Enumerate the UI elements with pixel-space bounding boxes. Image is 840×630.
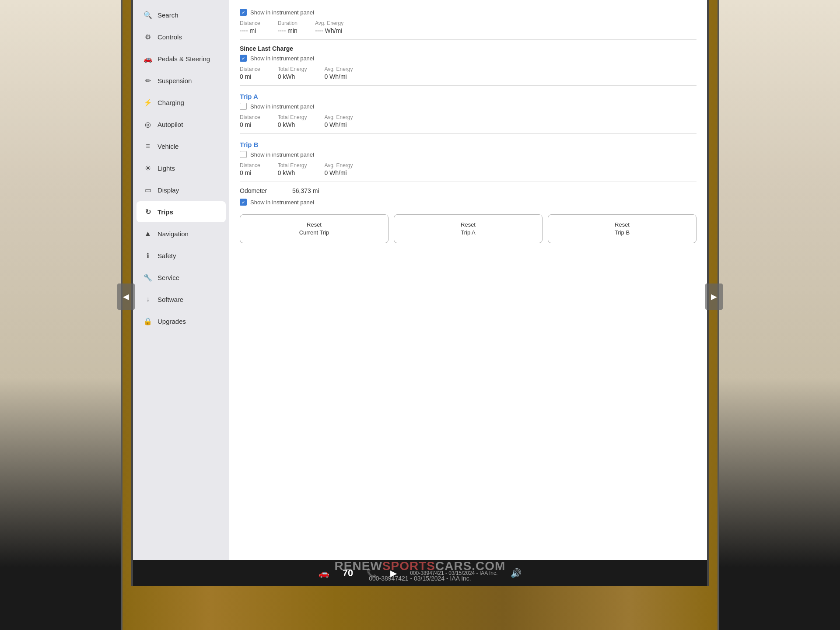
sidebar-item-suspension[interactable]: ✏ Suspension [136,70,226,91]
volume-icon[interactable]: 🔊 [511,568,522,578]
sidebar-label-lights: Lights [158,164,175,172]
trip-a-avg-energy-value: 0 Wh/mi [324,121,353,128]
main-trips-content: ✓ Show in instrument panel Distance ----… [229,0,707,560]
sidebar-label-charging: Charging [158,99,184,106]
since-charge-distance: Distance 0 mi [240,66,260,80]
sidebar-label-vehicle: Vehicle [158,143,178,150]
divider-2 [240,85,696,86]
divider-3 [240,133,696,134]
watermark-cars: CARS.COM [435,559,505,573]
autopilot-icon: ◎ [144,120,152,129]
trip-b-distance-label: Distance [240,162,260,168]
current-trip-avg-energy-value: ---- Wh/mi [315,27,343,34]
sidebar-item-controls[interactable]: ⚙ Controls [136,26,226,47]
sidebar-item-pedals-steering[interactable]: 🚗 Pedals & Steering [136,48,226,69]
sidebar-label-trips: Trips [158,208,173,216]
trip-b-header: Trip B [240,141,696,148]
current-trip-checkbox[interactable]: ✓ [240,9,247,16]
since-charge-total-energy-value: 0 kWh [278,73,307,80]
reset-trip-b-button[interactable]: ResetTrip B [548,214,696,243]
software-icon: ↓ [144,295,152,304]
right-seat [718,0,840,630]
reset-trip-a-button[interactable]: ResetTrip A [394,214,542,243]
trip-b-avg-energy-value: 0 Wh/mi [324,169,353,176]
since-charge-avg-energy-value: 0 Wh/mi [324,73,353,80]
trip-b-total-energy-value: 0 kWh [278,169,307,176]
trip-b-distance-value: 0 mi [240,169,260,176]
sidebar-item-autopilot[interactable]: ◎ Autopilot [136,114,226,135]
trip-b-show-label: Show in instrument panel [250,151,314,158]
sidebar-item-display[interactable]: ▭ Display [136,179,226,200]
sidebar-label-service: Service [158,274,179,281]
pedals-icon: 🚗 [144,54,152,63]
current-trip-distance: Distance ---- mi [240,20,260,34]
vehicle-icon: ≡ [144,142,152,150]
sidebar-item-service[interactable]: 🔧 Service [136,267,226,288]
watermark-text: RENEWSPORTSCARS.COM [335,559,506,573]
odometer-value: 56,373 mi [292,187,319,194]
current-trip-avg-energy: Avg. Energy ---- Wh/mi [315,20,343,34]
odometer-show-row: ✓ Show in instrument panel [240,199,696,206]
sidebar-item-trips[interactable]: ↻ Trips [136,201,226,222]
trip-a-total-energy-label: Total Energy [278,114,307,120]
current-trip-avg-energy-label: Avg. Energy [315,20,343,26]
odometer-label: Odometer [240,187,284,194]
trip-a-stats: Distance 0 mi Total Energy 0 kWh Avg. En… [240,114,696,128]
trip-b-section: Trip B Show in instrument panel Distance… [240,141,696,176]
trip-a-checkbox[interactable] [240,103,247,110]
trip-b-total-energy-label: Total Energy [278,162,307,168]
sidebar-label-software: Software [158,296,183,303]
current-trip-show-row: ✓ Show in instrument panel [240,9,696,16]
odometer-checkbox[interactable]: ✓ [240,199,247,206]
trip-b-avg-energy: Avg. Energy 0 Wh/mi [324,162,353,176]
sidebar-label-pedals: Pedals & Steering [158,55,210,63]
divider-4 [240,182,696,182]
sidebar-item-search[interactable]: 🔍 Search [136,4,226,25]
trip-a-distance: Distance 0 mi [240,114,260,128]
sidebar-item-navigation[interactable]: ▲ Navigation [136,223,226,244]
sidebar-label-display: Display [158,186,179,194]
trip-a-show-label: Show in instrument panel [250,103,314,110]
since-charge-checkbox[interactable]: ✓ [240,55,247,62]
sidebar-item-software[interactable]: ↓ Software [136,289,226,310]
sidebar-label-controls: Controls [158,33,182,41]
charging-icon: ⚡ [144,98,152,107]
search-icon: 🔍 [144,10,152,19]
sidebar-label-upgrades: Upgrades [158,318,186,325]
lights-icon: ☀ [144,164,152,172]
watermark-renew: RENEW [335,559,382,573]
watermark-sub: 000-38947421 - 03/15/2024 - IAA Inc. [335,575,506,582]
sidebar-item-charging[interactable]: ⚡ Charging [136,92,226,113]
trip-b-stats: Distance 0 mi Total Energy 0 kWh Avg. En… [240,162,696,176]
sidebar-label-search: Search [158,11,178,19]
since-charge-avg-energy: Avg. Energy 0 Wh/mi [324,66,353,80]
odometer-show-label: Show in instrument panel [250,199,314,206]
suspension-icon: ✏ [144,76,152,85]
reset-current-trip-button[interactable]: ResetCurrent Trip [240,214,388,243]
sidebar-item-lights[interactable]: ☀ Lights [136,158,226,178]
since-charge-distance-value: 0 mi [240,73,260,80]
trip-a-total-energy-value: 0 kWh [278,121,307,128]
left-screen-button[interactable]: ◀ [117,284,135,310]
screen-content: 🔍 Search ⚙ Controls 🚗 Pedals & Steering … [133,0,707,560]
divider-1 [240,39,696,40]
navigation-icon: ▲ [144,229,152,238]
sidebar-item-safety[interactable]: ℹ Safety [136,245,226,266]
sidebar-label-autopilot: Autopilot [158,121,183,128]
upgrades-icon: 🔒 [144,317,152,326]
current-trip-duration-value: ---- min [278,27,298,34]
safety-icon: ℹ [144,251,152,260]
since-charge-avg-energy-label: Avg. Energy [324,66,353,72]
sidebar-label-navigation: Navigation [158,230,189,238]
sidebar-item-upgrades[interactable]: 🔒 Upgrades [136,311,226,332]
odometer-row: Odometer 56,373 mi [240,187,696,194]
trip-b-distance: Distance 0 mi [240,162,260,176]
current-trip-distance-label: Distance [240,20,260,26]
trip-b-checkbox[interactable] [240,151,247,158]
sidebar: 🔍 Search ⚙ Controls 🚗 Pedals & Steering … [133,0,229,560]
trip-b-avg-energy-label: Avg. Energy [324,162,353,168]
sidebar-item-vehicle[interactable]: ≡ Vehicle [136,136,226,157]
right-screen-button[interactable]: ▶ [705,284,723,310]
controls-icon: ⚙ [144,32,152,41]
since-charge-total-energy: Total Energy 0 kWh [278,66,307,80]
